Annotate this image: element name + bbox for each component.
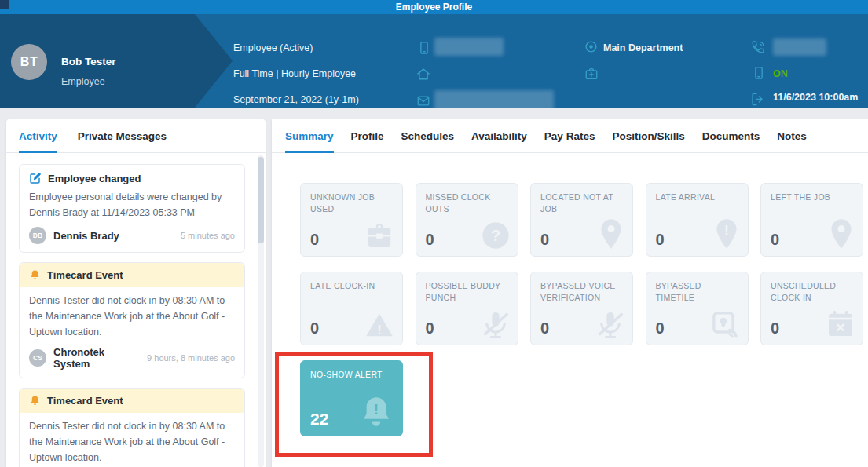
- employee-status: Employee (Active): [233, 42, 313, 53]
- metric-label: BYPASSED TIMETILE: [646, 272, 748, 304]
- event-title: Timecard Event: [47, 395, 123, 407]
- metric-label: UNKNOWN JOB USED: [301, 184, 402, 215]
- metric-label: LOCATED NOT AT JOB: [531, 184, 632, 215]
- metric-label: LEFT THE JOB: [761, 184, 863, 203]
- warning-triangle-icon: !: [363, 310, 396, 340]
- tab-activity[interactable]: Activity: [19, 119, 57, 153]
- metric-value: 0: [426, 231, 434, 249]
- bell-icon: [29, 269, 41, 281]
- author-avatar: DB: [29, 227, 46, 244]
- employment-type: Full Time | Hourly Employee: [233, 68, 356, 79]
- bell-alert-icon: !: [357, 393, 396, 431]
- employee-name: Bob Tester: [61, 56, 116, 67]
- metric-card-left-the-job[interactable]: LEFT THE JOB0: [760, 183, 863, 257]
- hire-date: September 21, 2022 (1y-1m): [233, 94, 359, 105]
- activity-event-card: Timecard EventDennis Tester did not cloc…: [19, 262, 245, 378]
- tab-private-messages[interactable]: Private Messages: [78, 119, 167, 153]
- timetile-icon: [709, 308, 742, 340]
- event-description: Dennis Tester did not clock in by 08:30 …: [29, 293, 235, 340]
- question-circle-icon: ?: [480, 220, 511, 251]
- metric-label: POSSIBLE BUDDY PUNCH: [416, 272, 518, 304]
- event-title: Timecard Event: [47, 269, 123, 281]
- tab-summary[interactable]: Summary: [285, 119, 334, 153]
- calendar-x-icon: ✕: [825, 308, 856, 340]
- mic-slash-icon: [595, 308, 626, 340]
- phone-call-icon: [750, 39, 766, 55]
- metric-card-late-clock-in[interactable]: LATE CLOCK-IN0!: [300, 272, 403, 345]
- metric-value: 0: [771, 231, 779, 249]
- event-title-row: Timecard Event: [20, 389, 244, 413]
- metric-label: LATE ARRIVAL: [646, 184, 748, 203]
- summary-panel: SummaryProfileSchedulesAvailabilityPay R…: [272, 119, 868, 467]
- tab-pay-rates[interactable]: Pay Rates: [544, 119, 595, 153]
- metric-label: LATE CLOCK-IN: [301, 272, 402, 292]
- event-timestamp: 9 hours, 8 minutes ago: [147, 353, 235, 363]
- metric-value: 0: [310, 319, 319, 337]
- metric-card-unscheduled-clock-in[interactable]: UNSCHEDULED CLOCK IN0✕: [760, 272, 863, 345]
- titlebar: Employee Profile: [0, 0, 868, 14]
- map-pin-icon: [826, 217, 856, 251]
- metric-card-no-show-alert[interactable]: NO-SHOW ALERT22!: [300, 360, 403, 436]
- metric-card-late-arrival[interactable]: LATE ARRIVAL0!: [646, 183, 749, 257]
- metric-card-bypassed-timetile[interactable]: BYPASSED TIMETILE0: [646, 272, 749, 345]
- sign-out-icon: [750, 92, 765, 107]
- event-description: Dennis Tester did not clock in by 08:30 …: [29, 418, 235, 465]
- employee-avatar: BT: [11, 44, 47, 80]
- profile-tabs: SummaryProfileSchedulesAvailabilityPay R…: [272, 119, 868, 153]
- metric-label: BYPASSED VOICE VERIFICATION: [531, 272, 632, 304]
- metric-value: 0: [426, 319, 434, 337]
- mobile-phone-icon: [417, 40, 431, 56]
- bell-icon: [29, 395, 41, 407]
- metric-card-unknown-job-used[interactable]: UNKNOWN JOB USED0: [300, 183, 403, 257]
- page-title: Employee Profile: [396, 2, 472, 13]
- metric-card-located-not-at-job[interactable]: LOCATED NOT AT JOB0: [530, 183, 633, 257]
- metric-value: 0: [656, 231, 665, 249]
- metric-label: NO-SHOW ALERT: [301, 361, 402, 381]
- event-description: Employee personal details were changed b…: [29, 189, 235, 221]
- first-aid-icon: [584, 67, 599, 81]
- tab-schedules[interactable]: Schedules: [401, 119, 455, 153]
- tab-profile[interactable]: Profile: [351, 119, 384, 153]
- mic-slash-icon: [480, 308, 511, 340]
- event-timestamp: 5 minutes ago: [181, 231, 235, 240]
- metric-label: MISSED CLOCK OUTS: [416, 184, 518, 215]
- metric-value: 0: [310, 231, 319, 249]
- tab-position-skills[interactable]: Position/Skills: [612, 119, 684, 153]
- event-footer: DBDennis Brady5 minutes ago: [29, 227, 235, 244]
- envelope-icon: [416, 94, 431, 108]
- metric-card-bypassed-voice-verification[interactable]: BYPASSED VOICE VERIFICATION0: [530, 272, 633, 345]
- svg-text:✕: ✕: [835, 321, 845, 334]
- svg-text:!: !: [374, 401, 379, 418]
- activity-feed: Employee changedEmployee personal detail…: [6, 153, 266, 467]
- employee-role: Employee: [61, 76, 105, 87]
- redacted-email: [434, 90, 554, 108]
- worked-hours: worked 0h this week: [773, 106, 855, 108]
- svg-text:!: !: [724, 222, 729, 238]
- author-avatar: CS: [29, 349, 46, 367]
- metric-value: 22: [310, 410, 328, 429]
- phone-status: ON: [773, 68, 788, 79]
- home-icon: [416, 67, 431, 82]
- activity-event-card: Timecard EventDennis Tester did not cloc…: [19, 388, 245, 467]
- metric-card-possible-buddy-punch[interactable]: POSSIBLE BUDDY PUNCH0: [416, 272, 518, 345]
- metric-card-missed-clock-outs[interactable]: MISSED CLOCK OUTS0?: [416, 183, 518, 257]
- tab-notes[interactable]: Notes: [777, 119, 807, 153]
- tab-availability[interactable]: Availability: [471, 119, 527, 153]
- corner-artifact: [0, 0, 9, 9]
- map-pin-alert-icon: !: [712, 217, 742, 251]
- svg-text:!: !: [377, 323, 382, 337]
- redacted-call-number: [773, 38, 826, 56]
- activity-event-card: Employee changedEmployee personal detail…: [19, 164, 245, 253]
- event-author: Chronotek System: [53, 346, 140, 370]
- metric-cards-grid: UNKNOWN JOB USED0MISSED CLOCK OUTS0?LOCA…: [300, 183, 863, 436]
- department-name: Main Department: [603, 42, 683, 53]
- tab-documents[interactable]: Documents: [702, 119, 760, 153]
- metric-value: 0: [540, 319, 549, 337]
- event-title-row: Employee changed: [29, 172, 235, 184]
- last-punch-time: 11/6/2023 10:00am: [773, 92, 858, 103]
- metric-value: 0: [771, 319, 779, 337]
- svg-text:?: ?: [490, 227, 500, 244]
- scrollbar-thumb[interactable]: [258, 157, 264, 243]
- metric-value: 0: [656, 319, 665, 337]
- profile-header: BT Bob Tester Employee Employee (Active)…: [0, 14, 868, 108]
